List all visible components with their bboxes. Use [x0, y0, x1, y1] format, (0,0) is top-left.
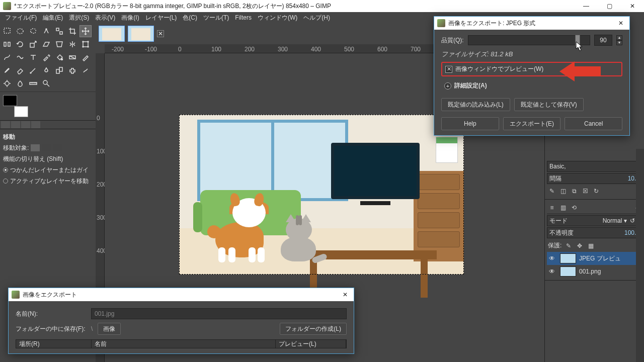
menu-view[interactable]: 表示(V): [93, 13, 117, 23]
tool-shear[interactable]: [40, 38, 52, 50]
tool-ellipse-select[interactable]: [14, 25, 26, 37]
folder-path-button[interactable]: 画像: [98, 323, 121, 335]
preview-checkbox[interactable]: ✕: [445, 66, 452, 73]
advanced-row[interactable]: + 詳細設定(A): [441, 79, 622, 92]
menu-tools[interactable]: ツール(T): [201, 13, 231, 23]
tool-move[interactable]: [79, 25, 92, 37]
visibility-icon[interactable]: 👁: [549, 268, 557, 275]
expand-icon[interactable]: +: [444, 82, 451, 89]
tool-paths[interactable]: [1, 51, 13, 63]
spin-down-button[interactable]: ▾: [616, 40, 622, 45]
image-tab-1[interactable]: [99, 26, 125, 42]
radio-active-layer[interactable]: [3, 178, 8, 184]
load-defaults-button[interactable]: 既定値の読み込み(L): [441, 98, 510, 111]
tab-image-icon[interactable]: [31, 121, 40, 128]
dialog-titlebar[interactable]: 画像をエクスポート: JPEG 形式 ✕: [434, 17, 629, 30]
mode-select[interactable]: モードNormal ▾↺ ▾: [547, 215, 642, 226]
visibility-icon[interactable]: 👁: [549, 255, 557, 262]
new-brush-icon[interactable]: ◫: [559, 187, 567, 195]
dialog-close-button[interactable]: ✕: [615, 18, 626, 29]
tool-eraser[interactable]: [14, 64, 26, 76]
tool-smudge[interactable]: [79, 64, 92, 76]
tool-by-color-select[interactable]: [53, 25, 65, 37]
filename-input[interactable]: [91, 308, 347, 319]
spacing-field[interactable]: 間隔10.0: [547, 173, 642, 184]
tool-rect-select[interactable]: [1, 25, 13, 37]
create-folder-button[interactable]: フォルダーの作成(L): [280, 323, 347, 335]
canvas[interactable]: [179, 115, 464, 275]
tool-heal[interactable]: [66, 64, 78, 76]
tab-history-icon[interactable]: [21, 121, 30, 128]
tool-dodge[interactable]: [1, 77, 13, 89]
menu-filters[interactable]: Filters: [233, 13, 254, 22]
tool-perspective[interactable]: [53, 38, 65, 50]
target-selection-icon[interactable]: [53, 144, 62, 151]
tool-align[interactable]: [1, 38, 13, 50]
tool-crop[interactable]: [66, 25, 78, 37]
cancel-button[interactable]: Cancel: [565, 117, 622, 130]
bg-color-swatch[interactable]: [14, 106, 28, 117]
menu-window[interactable]: ウィンドウ(W): [256, 13, 299, 23]
close-button[interactable]: ✕: [621, 0, 644, 12]
export-button[interactable]: エクスポート(E): [503, 117, 561, 130]
quality-spinbox[interactable]: 90: [594, 35, 612, 46]
layer-row[interactable]: 👁 001.png: [547, 265, 642, 278]
dialog-titlebar[interactable]: 画像をエクスポート ✕: [9, 288, 354, 301]
quality-slider[interactable]: [468, 35, 590, 45]
tab-options-icon[interactable]: [1, 121, 10, 128]
refresh-brush-icon[interactable]: ↻: [592, 187, 600, 195]
tool-free-select[interactable]: [27, 25, 39, 37]
tool-scale[interactable]: [27, 38, 39, 50]
menu-color[interactable]: 色(C): [181, 13, 199, 23]
menu-file[interactable]: ファイル(F): [3, 13, 39, 23]
lock-pixels-icon[interactable]: ✎: [565, 242, 573, 250]
tool-brush[interactable]: [1, 64, 13, 76]
image-tab-2[interactable]: [128, 26, 154, 42]
tab-close-button[interactable]: ✕: [157, 30, 164, 37]
brush-preset-select[interactable]: Basic,▾: [547, 161, 642, 172]
menu-help[interactable]: ヘルプ(H): [301, 13, 332, 23]
layers-tab-icon[interactable]: ≡: [548, 204, 556, 212]
menu-edit[interactable]: 編集(E): [41, 13, 65, 23]
menu-select[interactable]: 選択(S): [67, 13, 91, 23]
tool-blur[interactable]: [14, 77, 26, 89]
lock-position-icon[interactable]: ✥: [576, 242, 584, 250]
delete-brush-icon[interactable]: ☒: [581, 187, 589, 195]
tool-bucket[interactable]: [53, 51, 65, 63]
save-defaults-button[interactable]: 既定値として保存(V): [514, 98, 584, 111]
duplicate-brush-icon[interactable]: ⧉: [570, 187, 578, 195]
tab-device-icon[interactable]: [11, 121, 20, 128]
tool-rotate[interactable]: [14, 38, 26, 50]
tool-warp[interactable]: [14, 51, 26, 63]
scrollbar[interactable]: [636, 149, 644, 362]
edit-brush-icon[interactable]: ✎: [548, 187, 556, 195]
spin-up-button[interactable]: ▴: [616, 35, 622, 40]
target-path-icon[interactable]: [42, 144, 51, 151]
minimize-button[interactable]: —: [575, 0, 598, 12]
dialog-close-button[interactable]: ✕: [340, 289, 351, 300]
lock-alpha-icon[interactable]: ▦: [587, 242, 595, 250]
target-layer-icon[interactable]: [31, 144, 40, 151]
channels-tab-icon[interactable]: ▥: [559, 204, 567, 212]
tool-measure[interactable]: [27, 77, 39, 89]
radio-pick-layer[interactable]: [3, 167, 8, 172]
menu-image[interactable]: 画像(I): [119, 13, 141, 23]
tool-color-picker[interactable]: [40, 51, 52, 63]
tool-text[interactable]: [27, 51, 39, 63]
fg-color-swatch[interactable]: [3, 95, 17, 106]
help-button[interactable]: Help: [441, 117, 499, 130]
paths-tab-icon[interactable]: ⟲: [570, 204, 578, 212]
tool-ink[interactable]: [40, 64, 52, 76]
tool-airbrush[interactable]: [27, 64, 39, 76]
maximize-button[interactable]: ▢: [598, 0, 621, 12]
menu-layer[interactable]: レイヤー(L): [143, 13, 179, 23]
layer-row[interactable]: 👁 JPEG プレビュ: [547, 252, 642, 265]
color-swatches[interactable]: [3, 95, 28, 117]
tool-clone[interactable]: [53, 64, 65, 76]
tool-gradient[interactable]: [66, 51, 78, 63]
tool-fuzzy-select[interactable]: [40, 25, 52, 37]
tool-pencil[interactable]: [79, 51, 92, 63]
tool-cage[interactable]: [79, 38, 92, 50]
tool-zoom[interactable]: [40, 77, 52, 89]
tool-flip[interactable]: [66, 38, 78, 50]
